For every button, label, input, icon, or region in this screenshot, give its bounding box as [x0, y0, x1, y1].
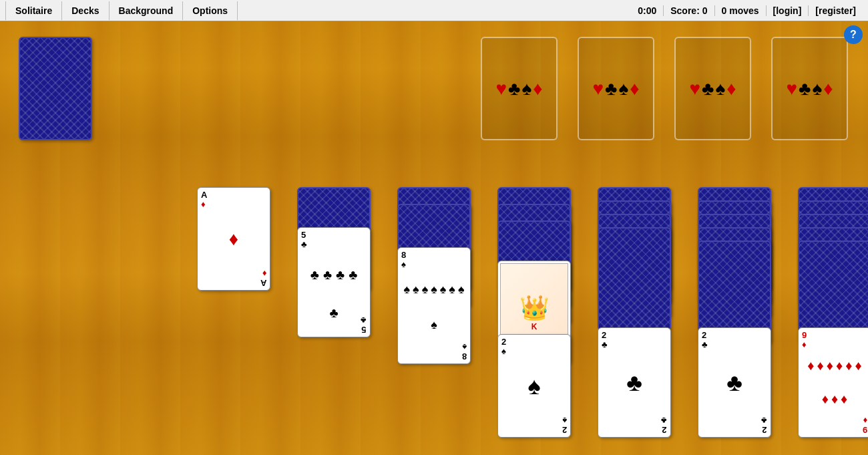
foundation-slot-2[interactable]: ♥ ♣ ♠ ♦: [578, 37, 654, 140]
card-suit-center: ♠: [527, 372, 540, 400]
card-rank-top: A♦: [201, 190, 207, 210]
spade-icon-4: ♠: [812, 80, 822, 98]
help-button[interactable]: ?: [844, 25, 863, 44]
heart-icon-2: ♥: [592, 80, 604, 98]
club-icon-4: ♣: [799, 80, 811, 98]
foundation-suit-display-4: ♥ ♣ ♠ ♦: [773, 38, 847, 139]
diamond-icon: ♦: [533, 80, 542, 98]
menu-options[interactable]: Options: [183, 1, 238, 20]
spade-icon-3: ♠: [715, 80, 725, 98]
heart-icon-4: ♥: [786, 80, 797, 98]
card-rank-bottom: 8♠: [462, 341, 467, 361]
foundation-suit-display-2: ♥ ♣ ♠ ♦: [579, 38, 653, 139]
card-rank-bottom: A♦: [260, 268, 266, 287]
heart-icon: ♥: [495, 80, 507, 98]
diamond-icon-4: ♦: [823, 80, 833, 98]
card-rank-top: 5♣: [301, 231, 307, 250]
foundation-suit-display-1: ♥ ♣ ♠ ♦: [482, 38, 556, 139]
diamond-icon-2: ♦: [630, 80, 639, 98]
stock-pile[interactable]: [19, 37, 92, 140]
tableau-col3-eight-spades[interactable]: 8♠ ♠ ♠ ♠ ♠ ♠ ♠ ♠ ♠ 8♠: [397, 247, 471, 364]
menu-login[interactable]: [login]: [767, 5, 809, 16]
foundation-slot-4[interactable]: ♥ ♣ ♠ ♦: [771, 37, 848, 140]
tableau-col1-ace-diamonds[interactable]: A♦ ♦ A♦: [197, 187, 270, 291]
card-rank-bottom: 2♣: [661, 415, 667, 434]
club-icon: ♣: [508, 80, 520, 98]
foundation-suit-display-3: ♥ ♣ ♠ ♦: [676, 38, 750, 139]
card-rank-top: 2♣: [602, 331, 608, 350]
card-suit-center: ♣: [626, 369, 642, 397]
game-moves: 0 moves: [715, 5, 767, 16]
club-icon-2: ♣: [605, 80, 617, 98]
foundation-slot-1[interactable]: ♥ ♣ ♠ ♦: [481, 37, 558, 140]
menu-solitaire[interactable]: Solitaire: [5, 1, 62, 20]
tableau-col5-two-clubs[interactable]: 2♣ ♣ 2♣: [598, 327, 671, 438]
tableau-col2-five-clubs[interactable]: 5♣ ♣ ♣ ♣ ♣ ♣ 5♣: [297, 227, 371, 337]
menu-register[interactable]: [register]: [809, 5, 863, 16]
spade-icon: ♠: [521, 80, 531, 98]
heart-icon-3: ♥: [689, 80, 700, 98]
tableau-col7-nine-diamonds[interactable]: 9♦ ♦ ♦ ♦ ♦ ♦ ♦ ♦ ♦ ♦ 9♦: [798, 327, 868, 438]
foundation-slot-3[interactable]: ♥ ♣ ♠ ♦: [674, 37, 751, 140]
card-suit-center: ♣: [726, 369, 742, 397]
game-timer: 0:00: [631, 5, 664, 16]
card-rank-top: 2♠: [501, 337, 506, 357]
card-rank-bottom: 9♦: [863, 415, 867, 434]
tableau-col5-back-4[interactable]: [598, 227, 671, 331]
card-rank-top: 2♣: [702, 331, 708, 350]
card-rank-bottom: 2♠: [562, 415, 567, 434]
card-suit-center: ♦: [229, 229, 238, 250]
spade-icon-2: ♠: [618, 80, 628, 98]
club-icon-3: ♣: [702, 80, 714, 98]
menu-background[interactable]: Background: [110, 1, 184, 20]
diamond-icon-3: ♦: [726, 80, 736, 98]
card-rank-bottom: 2♣: [761, 415, 767, 434]
game-score: Score: 0: [664, 5, 714, 16]
tableau-col4-two-spades[interactable]: 2♠ ♠ 2♠: [497, 334, 571, 438]
tableau-col6-two-clubs[interactable]: 2♣ ♣ 2♣: [698, 327, 771, 438]
card-rank-bottom: 5♣: [361, 315, 367, 334]
game-background: Solitaire Decks Background Options 0:00 …: [0, 0, 868, 455]
menu-decks[interactable]: Decks: [62, 1, 109, 20]
card-rank-top: 8♠: [401, 251, 406, 270]
menubar: Solitaire Decks Background Options 0:00 …: [0, 0, 868, 21]
